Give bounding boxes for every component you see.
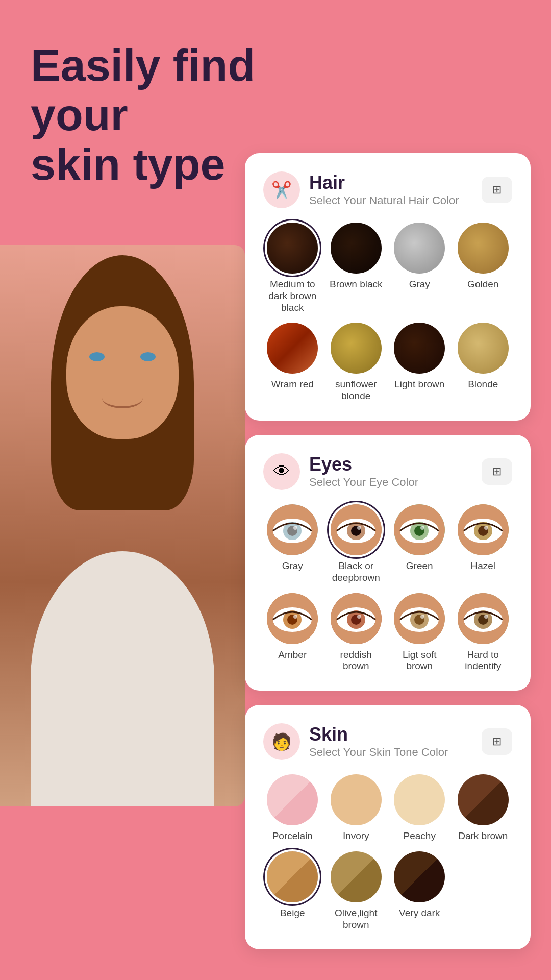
svg-point-29 — [357, 615, 361, 619]
color-label: Amber — [278, 649, 307, 661]
svg-point-4 — [293, 526, 297, 530]
eyes-title: Eyes — [309, 454, 418, 475]
filter-icon: ⊞ — [492, 465, 502, 478]
person-image — [0, 245, 245, 806]
color-label: Wram red — [271, 379, 314, 390]
skin-color-very-dark[interactable]: Very dark — [390, 851, 449, 931]
color-label: Peachy — [404, 830, 436, 842]
hair-color-sunflower-blonde[interactable]: sunflower blonde — [327, 323, 386, 402]
eye-color-hazel-eye[interactable]: Hazel — [454, 504, 513, 584]
cards-container: ✂️ Hair Select Your Natural Hair Color ⊞… — [245, 153, 531, 949]
color-label: Brown black — [330, 279, 383, 290]
eyes-filter-button[interactable]: ⊞ — [482, 458, 512, 485]
color-label: Black or deepbrown — [327, 560, 386, 584]
eye-color-amber-eye[interactable]: Amber — [263, 593, 322, 673]
hair-color-grid: Medium to dark brown blackBrown blackGra… — [263, 223, 512, 402]
color-label: Porcelain — [272, 830, 313, 842]
hair-subtitle: Select Your Natural Hair Color — [309, 194, 459, 207]
hair-color-warm-red[interactable]: Wram red — [263, 323, 322, 402]
skin-color-porcelain[interactable]: Porcelain — [263, 774, 322, 842]
color-label: Hard to indentify — [454, 649, 513, 673]
hair-color-golden[interactable]: Golden — [454, 223, 513, 313]
color-label: Very dark — [399, 908, 440, 919]
eyes-card: 👁 Eyes Select Your Eye Color ⊞ GrayBlack… — [245, 435, 531, 691]
hair-color-blonde[interactable]: Blonde — [454, 323, 513, 402]
hair-title: Hair — [309, 173, 459, 193]
skin-color-peachy[interactable]: Peachy — [390, 774, 449, 842]
skin-color-dark-brown[interactable]: Dark brown — [454, 774, 513, 842]
color-label: sunflower blonde — [327, 379, 386, 402]
eye-color-green-eye[interactable]: Green — [390, 504, 449, 584]
hair-color-gray[interactable]: Gray — [390, 223, 449, 313]
eye-color-black-deepbrown-eye[interactable]: Black or deepbrown — [327, 504, 386, 584]
color-label: Dark brown — [458, 830, 508, 842]
color-label: Beige — [280, 908, 305, 919]
eyes-icon: 👁 — [263, 453, 300, 490]
eye-color-reddish-brown-eye[interactable]: reddish brown — [327, 593, 386, 673]
skin-title: Skin — [309, 724, 448, 745]
eyes-subtitle: Select Your Eye Color — [309, 476, 418, 489]
color-label: Medium to dark brown black — [263, 279, 322, 313]
color-label: Gray — [409, 279, 430, 290]
hair-color-light-brown[interactable]: Light brown — [390, 323, 449, 402]
color-label: reddish brown — [327, 649, 386, 673]
skin-subtitle: Select Your Skin Tone Color — [309, 746, 448, 759]
skin-filter-button[interactable]: ⊞ — [482, 728, 512, 755]
filter-icon: ⊞ — [492, 183, 502, 197]
skin-color-grid: PorcelainInvoryPeachyDark brownBeigeOliv… — [263, 774, 512, 930]
skin-card: 🧑 Skin Select Your Skin Tone Color ⊞ Por… — [245, 705, 531, 949]
hair-filter-button[interactable]: ⊞ — [482, 177, 512, 203]
hair-color-medium-dark-brown[interactable]: Medium to dark brown black — [263, 223, 322, 313]
color-label: Invory — [343, 830, 369, 842]
svg-point-14 — [420, 526, 424, 530]
skin-color-beige[interactable]: Beige — [263, 851, 322, 931]
eye-color-gray-eye[interactable]: Gray — [263, 504, 322, 584]
skin-color-olive-light-brown[interactable]: Olive,light brown — [327, 851, 386, 931]
skin-icon: 🧑 — [263, 723, 300, 760]
svg-point-19 — [484, 526, 488, 530]
svg-point-24 — [293, 615, 297, 619]
color-label: Green — [406, 560, 433, 572]
hair-card: ✂️ Hair Select Your Natural Hair Color ⊞… — [245, 153, 531, 421]
color-label: Ligt soft brown — [390, 649, 449, 673]
hair-color-brown-black[interactable]: Brown black — [327, 223, 386, 313]
eyes-color-grid: GrayBlack or deepbrownGreenHazelAmberred… — [263, 504, 512, 672]
eyes-card-header: 👁 Eyes Select Your Eye Color ⊞ — [263, 453, 512, 490]
color-label: Olive,light brown — [327, 908, 386, 931]
hero-section: Easily find your skin type — [31, 41, 316, 189]
eye-color-ligt-soft-brown-eye[interactable]: Ligt soft brown — [390, 593, 449, 673]
color-label: Light brown — [394, 379, 444, 390]
svg-point-39 — [484, 615, 488, 619]
hero-title: Easily find your skin type — [31, 41, 316, 189]
color-label: Gray — [282, 560, 303, 572]
color-label: Blonde — [468, 379, 498, 390]
svg-point-9 — [357, 526, 361, 530]
filter-icon: ⊞ — [492, 735, 502, 748]
skin-color-ivory[interactable]: Invory — [327, 774, 386, 842]
svg-point-34 — [420, 615, 424, 619]
color-label: Golden — [467, 279, 498, 290]
color-label: Hazel — [470, 560, 495, 572]
skin-card-header: 🧑 Skin Select Your Skin Tone Color ⊞ — [263, 723, 512, 760]
eye-color-hard-identify-eye[interactable]: Hard to indentify — [454, 593, 513, 673]
